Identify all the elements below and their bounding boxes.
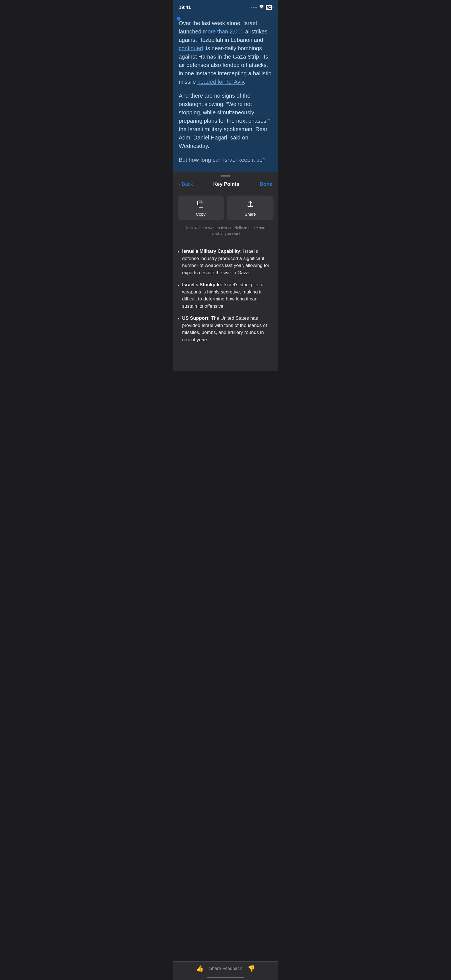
bullet-1: • bbox=[178, 248, 180, 276]
copy-icon bbox=[197, 200, 205, 210]
wifi-icon bbox=[259, 5, 264, 10]
key-point-item-1: • Israel's Military Capability: Israel's… bbox=[178, 248, 274, 276]
share-button[interactable]: Share bbox=[227, 196, 274, 220]
battery-icon: 52 bbox=[266, 5, 272, 10]
drag-handle-container bbox=[173, 172, 278, 178]
back-button[interactable]: ‹ Back bbox=[179, 181, 193, 188]
article-paragraph-1: Over the last week alone, Israel launche… bbox=[179, 19, 273, 86]
nav-title: Key Points bbox=[213, 181, 239, 187]
bottom-sheet: ‹ Back Key Points Done Copy Share bbox=[173, 178, 278, 371]
article-paragraph-3: But how long can Israel keep it up? bbox=[179, 156, 273, 164]
status-time: 19:41 bbox=[179, 5, 191, 10]
article-area: Over the last week alone, Israel launche… bbox=[173, 13, 278, 172]
key-point-text-2: Israel's Stockpile: Israel's stockpile o… bbox=[182, 281, 273, 310]
key-point-item-3: • US Support: The United States has prov… bbox=[178, 315, 274, 343]
copy-label: Copy bbox=[196, 212, 206, 216]
share-icon bbox=[246, 200, 254, 210]
key-point-text-1: Israel's Military Capability: Israel's d… bbox=[182, 248, 273, 276]
share-label: Share bbox=[245, 212, 256, 216]
back-label: Back bbox=[182, 181, 193, 187]
nav-bar: ‹ Back Key Points Done bbox=[173, 178, 278, 191]
article-paragraph-2: And there are no signs of the onslaught … bbox=[179, 92, 273, 150]
selection-dot bbox=[177, 17, 180, 21]
key-point-item-2: • Israel's Stockpile: Israel's stockpile… bbox=[178, 281, 274, 310]
done-button[interactable]: Done bbox=[260, 181, 272, 187]
signal-dots-icon bbox=[251, 7, 257, 8]
back-chevron-icon: ‹ bbox=[179, 181, 181, 188]
bullet-2: • bbox=[178, 282, 180, 310]
svg-rect-0 bbox=[199, 203, 203, 207]
article-link-2[interactable]: continued bbox=[179, 45, 203, 51]
key-point-text-3: US Support: The United States has provid… bbox=[182, 315, 273, 343]
article-text: Over the last week alone, Israel launche… bbox=[179, 18, 273, 164]
article-link-3[interactable]: headed for Tel Aviv bbox=[197, 79, 244, 85]
bullet-3: • bbox=[178, 315, 180, 343]
status-icons: 52 bbox=[251, 5, 272, 10]
key-point-bold-2: Israel's Stockpile: bbox=[182, 282, 222, 287]
key-point-bold-1: Israel's Military Capability: bbox=[182, 248, 242, 254]
status-bar: 19:41 52 bbox=[173, 0, 278, 13]
drag-handle[interactable] bbox=[220, 175, 231, 177]
key-point-bold-3: US Support: bbox=[182, 315, 210, 321]
article-link-1[interactable]: more than 2,000 bbox=[203, 29, 244, 35]
review-text: Review the rewritten text carefully to m… bbox=[173, 224, 278, 242]
copy-button[interactable]: Copy bbox=[178, 196, 224, 220]
action-buttons: Copy Share bbox=[173, 191, 278, 224]
key-points-list: • Israel's Military Capability: Israel's… bbox=[173, 242, 278, 349]
